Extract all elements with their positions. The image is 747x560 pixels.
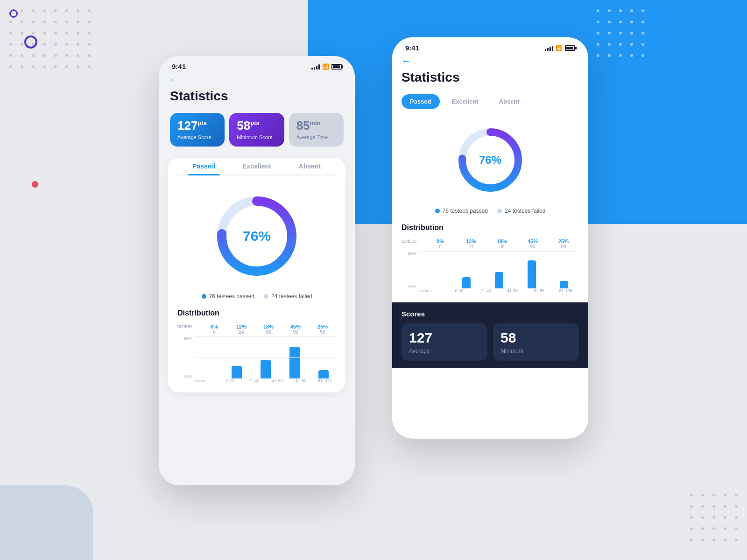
tab-passed-left[interactable]: Passed [177, 158, 230, 175]
legend-left: 76 testees passed 24 testees failed [177, 293, 336, 300]
phone-right: 9:41 📶 ← Statistics Passed Excellent Abs… [392, 37, 588, 439]
legend-dot-failed-right [497, 209, 502, 213]
dist-col-2: 18% 36 [255, 324, 282, 335]
score-label-average: Average [409, 348, 480, 354]
stat-card-time: 85min Average Time [289, 113, 344, 147]
dist-count-3: 90 [282, 329, 309, 335]
dist-ylabel: testees [177, 324, 201, 335]
donut-percent-left: 76% [243, 228, 271, 244]
bar-3 [289, 347, 300, 378]
battery-icon [331, 64, 342, 70]
tabs-pill-right: Passed Excellent Absent [402, 94, 579, 109]
legend-dot-passed [202, 294, 206, 299]
x-label-scores: scores [195, 378, 218, 383]
score-card-average: 127 Average [402, 323, 487, 361]
signal-icon-right [545, 45, 553, 51]
grid-line-top [195, 336, 336, 337]
x-label-4: 81-100 [313, 378, 336, 383]
dist-pct-4: 25% [309, 324, 336, 329]
donut-wrap-left: 76% [210, 189, 303, 283]
x-label-3: 61-80 [289, 378, 312, 383]
stat-card-average: 127pts Average Score [170, 113, 225, 147]
legend-dot-passed-right [435, 209, 440, 213]
bar-2 [261, 360, 271, 378]
dist-col-0: 0% 0 [201, 324, 228, 335]
phone-left-content: ← Statistics 127pts Average Score 58pts … [159, 74, 355, 481]
x-labels-right: scores 0-20 21-40 41-60 61-80 81-100 [419, 288, 579, 293]
score-value-minimum: 58 [500, 330, 571, 346]
x-label-2: 41-60 [266, 378, 289, 383]
bg-blue-bottom [0, 485, 93, 560]
tab-panel-left: Passed Excellent Absent [168, 158, 345, 392]
back-button-right[interactable]: ← [402, 56, 579, 66]
dist-col-3: 45% 90 [282, 324, 309, 335]
donut-percent-right: 76% [479, 154, 501, 167]
donut-chart-left: 76% [177, 185, 336, 287]
x-labels: scores 0-20 21-40 41-60 61-80 81-100 [195, 378, 336, 383]
dist-count-1: 24 [228, 329, 255, 335]
x-label-0: 0-20 [218, 378, 242, 383]
x-label-1: 21-40 [242, 378, 266, 383]
dist-pct-1: 12% [228, 324, 255, 329]
status-time-right: 9:41 [405, 44, 419, 52]
dist-pct-3: 45% [282, 324, 309, 329]
distribution-right: Distribution testees 0% 0 12% 24 18% 36 [402, 224, 579, 298]
status-icons-right: 📶 [545, 45, 575, 51]
tab-pill-passed[interactable]: Passed [402, 94, 440, 109]
legend-label-passed-right: 76 testees passed [443, 208, 488, 214]
tab-absent-left[interactable]: Absent [283, 158, 336, 175]
stat-label-minimum: Minimum Score [237, 134, 276, 140]
legend-label-failed: 24 testees failed [271, 293, 312, 300]
tabs-left: Passed Excellent Absent [177, 158, 336, 175]
legend-right: 76 testees passed 24 testees failed [402, 208, 579, 214]
status-time-left: 9:41 [172, 63, 186, 70]
tab-excellent-left[interactable]: Excellent [230, 158, 283, 175]
legend-failed-right: 24 testees failed [497, 208, 545, 214]
phones-container: 9:41 📶 ← Statistics 127pts Average Score [0, 37, 747, 485]
stat-card-minimum: 58pts Minimum Score [229, 113, 284, 147]
distribution-title-left: Distribution [177, 309, 336, 317]
score-value-average: 127 [409, 330, 480, 346]
legend-label-passed: 76 testees passed [209, 293, 254, 300]
dist-chart-area: 60% 30% [177, 336, 336, 378]
distribution-left: Distribution testees 0% 0 12% 24 [177, 309, 336, 383]
scores-cards: 127 Average 58 Minimum [402, 323, 579, 361]
stat-value-average: 127pts [177, 119, 217, 132]
dist-pct-2: 18% [255, 324, 282, 329]
dist-pct-0: 0% [201, 324, 228, 329]
legend-failed-left: 24 testees failed [264, 293, 312, 300]
stat-label-time: Average Time [296, 134, 336, 140]
score-card-minimum: 58 Minimum [493, 323, 579, 361]
battery-icon-right [565, 45, 575, 51]
bar-chart-right [419, 251, 579, 288]
dist-chart-area-right: 60% 30% [402, 251, 579, 288]
dist-count-4: 50 [309, 329, 336, 335]
bar-4 [318, 370, 329, 378]
legend-passed-right: 76 testees passed [435, 208, 488, 214]
bar-1 [232, 366, 242, 378]
dist-header-pct-right: testees 0% 0 12% 24 18% 36 45% [402, 238, 579, 249]
status-bar-right: 9:41 📶 [392, 37, 588, 56]
signal-icon [311, 64, 320, 70]
wifi-icon: 📶 [322, 63, 329, 70]
tab-pill-absent[interactable]: Absent [491, 94, 528, 109]
stats-cards: 127pts Average Score 58pts Minimum Score… [170, 113, 344, 147]
scores-section: Scores 127 Average 58 Minimum [392, 302, 588, 368]
dot-pattern-bottomright: (function(){ const grid = document.query… [690, 494, 738, 541]
dist-count-0: 0 [201, 329, 228, 335]
grid-line-mid [195, 357, 336, 358]
back-button-left[interactable]: ← [170, 74, 344, 85]
scores-title: Scores [402, 310, 579, 318]
legend-label-failed-right: 24 testees failed [505, 208, 545, 214]
donut-chart-right: 76% [402, 118, 579, 202]
tab-pill-excellent[interactable]: Excellent [444, 94, 487, 109]
stat-label-average: Average Score [177, 134, 217, 140]
donut-wrap-right: 76% [453, 123, 528, 197]
bar-chart-left [195, 336, 336, 378]
legend-dot-failed [264, 294, 268, 299]
legend-passed-left: 76 testees passed [202, 293, 254, 300]
score-label-minimum: Minimum [500, 348, 571, 354]
dist-header-pct: testees 0% 0 12% 24 18% 36 [177, 324, 336, 335]
phone-right-content: ← Statistics Passed Excellent Absent [392, 56, 588, 434]
y-label-60: 60% [177, 336, 192, 341]
